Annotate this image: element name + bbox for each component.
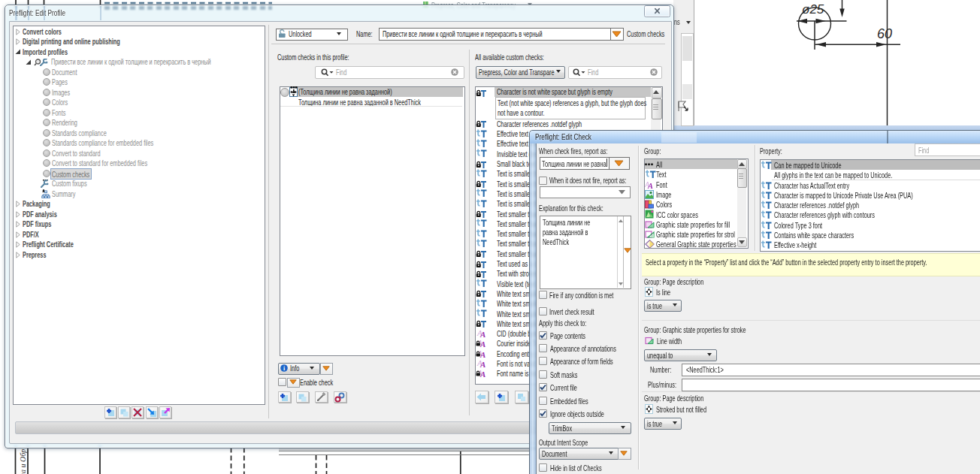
svg-text:A: A bbox=[479, 370, 485, 378]
svg-text:A: A bbox=[647, 182, 653, 189]
svg-text:A: A bbox=[479, 340, 485, 348]
svg-text:ø25: ø25 bbox=[802, 2, 824, 17]
svg-text:на и Обр: на и Обр bbox=[19, 449, 27, 474]
svg-text:60: 60 bbox=[877, 26, 892, 41]
svg-text:A: A bbox=[479, 330, 485, 338]
svg-text:A: A bbox=[479, 350, 485, 358]
svg-text:A: A bbox=[479, 360, 485, 368]
